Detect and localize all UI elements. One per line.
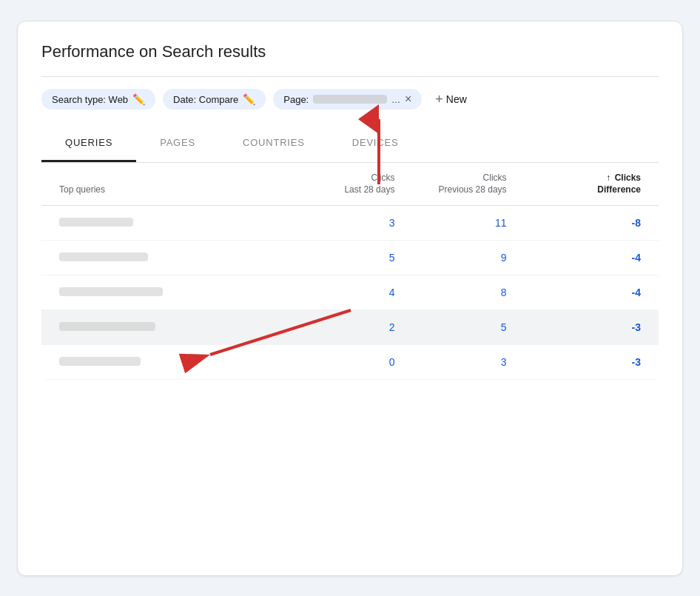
date-filter[interactable]: Date: Compare ✏️ [163,89,266,110]
query-cell [59,286,283,299]
clicks-last-cell: 2 [283,321,394,333]
tabs-bar: QUERIES PAGES COUNTRIES DEVICES [41,125,659,163]
table-row: 3 11 -8 [41,206,659,241]
main-card: Performance on Search results Search typ… [17,21,683,576]
tab-pages[interactable]: PAGES [136,125,219,162]
query-blur [59,218,133,227]
date-edit-icon: ✏️ [243,93,255,105]
content-area: QUERIES PAGES COUNTRIES DEVICES Top quer… [41,125,659,381]
query-blur [59,252,148,261]
clicks-diff-cell: -4 [507,287,641,298]
clicks-prev-cell: 9 [394,252,506,264]
page-dots: ... [391,93,400,105]
tab-queries[interactable]: QUERIES [41,125,136,162]
clicks-prev-cell: 11 [394,217,506,229]
query-cell [59,321,283,334]
page-value-blur [313,95,387,104]
clicks-prev-cell: 3 [394,356,506,368]
query-cell [59,216,283,230]
table-row: 4 8 -4 [41,275,659,310]
sort-arrow-icon: ↑ [606,172,610,184]
plus-icon: + [435,92,443,107]
page-filter-close-icon[interactable]: × [405,93,411,105]
query-cell [59,355,283,369]
clicks-last-cell: 4 [283,287,394,298]
query-blur [59,322,155,331]
search-type-label: Search type: Web [52,94,128,105]
search-type-filter[interactable]: Search type: Web ✏️ [41,89,155,110]
query-cell [59,251,283,264]
clicks-diff-cell: -3 [507,356,641,368]
table-header: Top queries ClicksLast 28 days ClicksPre… [41,163,659,207]
clicks-prev-cell: 8 [394,287,506,298]
table-row: 5 9 -4 [41,241,659,275]
new-label: New [446,93,467,105]
col-header-query: Top queries [59,184,283,196]
clicks-last-cell: 0 [283,356,394,368]
tab-devices[interactable]: DEVICES [329,125,423,162]
clicks-diff-cell: -8 [507,217,641,229]
table-row: 2 5 -3 [41,310,659,345]
clicks-diff-cell: -3 [507,321,641,333]
col-header-clicks-last: ClicksLast 28 days [283,172,394,197]
new-filter-button[interactable]: + New [429,89,473,110]
title-divider [41,76,659,77]
clicks-diff-cell: -4 [507,252,641,264]
query-blur [59,357,141,366]
query-blur [59,287,163,296]
search-type-edit-icon: ✏️ [132,93,145,105]
col-header-clicks-diff[interactable]: ↑ ClicksDifference [507,172,641,197]
clicks-last-cell: 3 [283,217,394,229]
page-title: Performance on Search results [41,42,659,61]
date-label: Date: Compare [173,94,238,105]
tab-countries[interactable]: COUNTRIES [219,125,329,162]
clicks-prev-cell: 5 [394,321,506,333]
col-header-clicks-prev: ClicksPrevious 28 days [394,172,506,197]
clicks-last-cell: 5 [283,252,394,264]
page-label: Page: [283,94,309,105]
data-table: Top queries ClicksLast 28 days ClicksPre… [41,163,659,381]
table-row: 0 3 -3 [41,345,659,380]
filter-bar: Search type: Web ✏️ Date: Compare ✏️ Pag… [41,89,659,110]
page-filter[interactable]: Page: ... × [273,89,422,110]
